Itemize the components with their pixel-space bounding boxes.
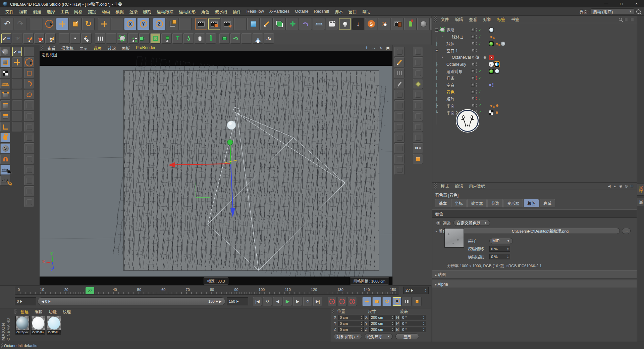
fx-icon[interactable] [264, 33, 274, 44]
enable-check[interactable] [478, 97, 482, 101]
timeline-ruler[interactable]: 0102030405060708090100110120130140150 27 [15, 287, 399, 295]
record-key-button[interactable]: ● [328, 297, 337, 306]
menu-item[interactable]: 选择 [44, 8, 58, 15]
render-settings-icon[interactable] [221, 18, 233, 30]
menu-item[interactable]: 流水线 [212, 8, 230, 15]
sculpt-tool-icon[interactable] [24, 111, 34, 121]
last-tool-icon[interactable] [98, 18, 110, 30]
sculpt-tool-icon[interactable] [24, 100, 34, 110]
light-icon[interactable] [339, 18, 351, 30]
make-editable-icon[interactable] [0, 47, 10, 57]
cursor-icon[interactable]: ▲ [613, 184, 616, 188]
dock-left-icon[interactable]: ◀ [608, 184, 611, 188]
close-button[interactable]: × [629, 0, 644, 7]
rectangle-selection-icon[interactable] [24, 68, 34, 78]
rotation-field[interactable]: 0 °▴▾ [400, 327, 426, 332]
target-toggle[interactable] [483, 55, 486, 60]
object-tag[interactable] [494, 62, 499, 67]
object-row[interactable]: 克隆 [432, 27, 637, 34]
tool-icon[interactable] [394, 122, 405, 132]
spline-pen-icon[interactable] [260, 18, 273, 30]
end-frame-field[interactable]: 150 F [227, 297, 248, 305]
sphere-proxy-icon[interactable] [417, 18, 430, 30]
maximize-button[interactable]: □ [614, 0, 629, 7]
select-diamonds-icon[interactable] [81, 33, 92, 44]
material-menu-item[interactable]: 编辑 [32, 309, 46, 314]
enable-check[interactable] [478, 69, 482, 73]
empty-slot[interactable] [12, 90, 22, 100]
layer-toggle[interactable] [471, 83, 475, 87]
green-box-icon[interactable] [219, 33, 230, 44]
visibility-dots[interactable] [476, 69, 477, 73]
keyframe-presets-button[interactable] [413, 297, 422, 306]
pen-tool-icon[interactable] [394, 57, 405, 67]
move-shortcut-icon[interactable] [12, 57, 22, 67]
tp-particles-pen-icon[interactable] [45, 33, 56, 44]
menu-item[interactable]: X-Particles [267, 9, 292, 14]
material-menu-item[interactable]: 功能 [46, 309, 60, 314]
view-toggle-icon[interactable]: ▣ [386, 46, 390, 50]
viewport-menu-item[interactable]: ProRender [133, 45, 158, 51]
object-tag[interactable] [500, 41, 505, 46]
render-view-icon[interactable] [195, 18, 207, 30]
layout-icon[interactable] [1, 33, 11, 44]
layer-toggle[interactable] [471, 97, 475, 100]
enable-axis-icon[interactable] [0, 122, 10, 132]
visibility-dots[interactable] [476, 42, 477, 46]
object-row[interactable]: 矩阵 [432, 95, 637, 102]
menu-item[interactable]: 运动跟踪 [154, 8, 176, 15]
layout-shortcut-icon[interactable] [12, 47, 22, 57]
menu-item[interactable]: 角色 [198, 8, 212, 15]
om-menu-item[interactable]: 书签 [508, 16, 522, 22]
om-layers-icon[interactable] [631, 18, 634, 21]
prev-frame-button[interactable]: ◀ [273, 297, 282, 306]
layer-toggle[interactable] [471, 35, 475, 39]
empty-slot[interactable] [12, 111, 22, 121]
new-panel-icon[interactable]: ⊞ [631, 184, 633, 188]
arc-selection-icon[interactable] [24, 79, 34, 89]
layer-toggle[interactable] [471, 42, 475, 45]
bars-tool-icon[interactable] [394, 68, 405, 78]
tool-icon[interactable] [413, 100, 423, 110]
lock-icon[interactable]: ◉ [619, 184, 622, 188]
object-tag[interactable] [489, 34, 494, 39]
empty-slot[interactable] [12, 79, 22, 89]
mograph-cluster-icon[interactable] [117, 33, 127, 44]
cone-light-icon[interactable] [253, 33, 263, 44]
menu-item[interactable]: 渲染 [126, 8, 140, 15]
om-menu-item[interactable]: 文件 [438, 16, 452, 22]
scale-tool-icon[interactable] [69, 18, 82, 30]
object-tag[interactable] [489, 69, 494, 74]
redo-icon[interactable] [14, 18, 26, 30]
enable-check[interactable] [478, 28, 482, 32]
object-row[interactable]: 空白 [432, 82, 637, 89]
history-icon[interactable]: ◎ [625, 184, 628, 188]
object-tag[interactable] [494, 110, 499, 115]
dock-tab[interactable]: 层 [637, 198, 644, 206]
interface-dropdown[interactable]: 启动 (用户)▼ [591, 8, 634, 14]
keyframe-selection-button[interactable]: ? [348, 297, 357, 306]
current-frame-field[interactable]: 27 F▴▾ [403, 287, 429, 294]
object-row[interactable]: 平面 [432, 102, 637, 109]
om-search-icon[interactable] [619, 18, 622, 21]
lock-z-icon[interactable]: Z [153, 18, 165, 30]
tool-icon[interactable] [394, 165, 405, 175]
object-name[interactable]: 克隆 [446, 27, 454, 33]
view-zoom-icon[interactable]: ↔ [372, 46, 376, 50]
visibility-dots[interactable] [476, 76, 477, 80]
wire-cube-icon[interactable] [150, 33, 161, 44]
live-selection-icon[interactable] [43, 18, 55, 30]
visibility-dots[interactable] [476, 28, 477, 32]
expand-arrow-icon[interactable]: ▸ [436, 229, 437, 233]
object-name[interactable]: 平面 [446, 103, 454, 108]
menu-item[interactable]: 脚本 [332, 8, 345, 15]
next-frame-button[interactable]: ▶ [293, 297, 302, 306]
om-filter-icon[interactable] [625, 18, 628, 21]
menu-item[interactable]: 运动图形 [176, 8, 198, 15]
section-header[interactable]: 着色 [432, 209, 637, 218]
layer-toggle[interactable] [471, 77, 475, 80]
octane-download-icon[interactable] [352, 18, 364, 30]
attribute-tab[interactable]: 效果器 [467, 199, 487, 207]
object-name[interactable]: 空白 [446, 82, 454, 88]
layer-toggle[interactable] [471, 69, 475, 73]
